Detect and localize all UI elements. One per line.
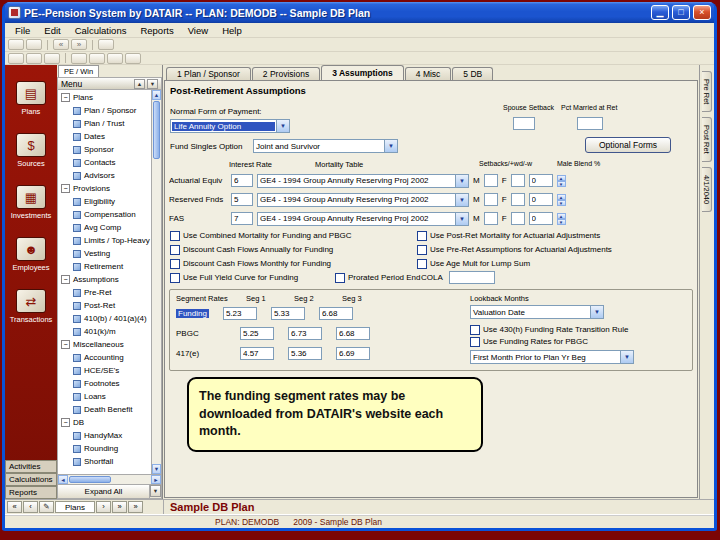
back-icon[interactable]: « [53,39,69,50]
segment-rate-input[interactable] [223,307,257,320]
dropdown-arrow-icon[interactable]: ▼ [455,175,468,187]
tree-item-contacts[interactable]: Contacts [58,156,151,169]
tree-item-limits-top-heavy[interactable]: Limits / Top-Heavy [58,234,151,247]
sidebar-item-employees[interactable]: ☻Employees [12,237,49,272]
first-month-dropdown[interactable]: First Month Prior to Plan Yr Beg ▼ [470,350,634,364]
pct-married-input[interactable] [577,117,603,130]
segment-rate-input[interactable] [240,347,274,360]
tree-item-vesting[interactable]: Vesting [58,247,151,260]
nav-last-button[interactable]: » [112,501,127,513]
valuation-date-dropdown[interactable]: Valuation Date ▼ [470,305,604,319]
checkbox-discount-cash-flows-annually-for-funding[interactable]: Discount Cash Flows Annually for Funding [170,243,352,256]
tree-item-plan-trust[interactable]: Plan / Trust [58,117,151,130]
segment-rate-input[interactable] [288,347,322,360]
tree-item-hce-se-s[interactable]: HCE/SE's [58,364,151,377]
tree-horizontal-scrollbar[interactable]: ◄ ► [57,475,162,485]
sidebar-button-calculations[interactable]: Calculations [5,473,57,486]
segment-rate-input[interactable] [271,307,305,320]
fund-singles-dropdown[interactable]: Joint and Survivor ▼ [253,139,398,153]
segment-rate-input[interactable] [288,327,322,340]
tree-item-provisions[interactable]: −Provisions [58,182,151,195]
tree-collapse-icon[interactable]: − [61,184,70,193]
tree-up-icon[interactable]: ▲ [134,79,145,89]
male-setback-input[interactable] [484,193,498,206]
toolbar-button[interactable] [26,39,42,50]
side-tab-post-ret[interactable]: Post Ret [702,117,712,162]
checkbox-use-post-ret-mortality-for-actuarial-adjustments[interactable]: Use Post-Ret Mortality for Actuarial Adj… [417,229,612,242]
tree-item-rounding[interactable]: Rounding [58,442,151,455]
normal-form-dropdown[interactable]: Life Annuity Option ▼ [170,119,290,133]
blend-spinner[interactable]: ▲▼ [557,175,566,187]
spouse-setback-input[interactable] [513,117,535,130]
toolbar-button[interactable] [125,53,141,64]
tree-item-plans[interactable]: −Plans [58,91,151,104]
minimize-button[interactable]: ▁ [651,5,669,20]
male-blend-input[interactable] [529,193,553,206]
sidebar-item-transactions[interactable]: ⇄Transactions [10,289,53,324]
dropdown-arrow-icon[interactable]: ▼ [590,306,603,318]
cola-input[interactable] [449,271,495,284]
tree-item-loans[interactable]: Loans [58,390,151,403]
dropdown-arrow-icon[interactable]: ▼ [276,120,289,132]
expand-icon[interactable]: ▼ [150,485,161,497]
menu-reports[interactable]: Reports [134,24,179,37]
toolbar-button[interactable] [44,53,60,64]
tab-3-assumptions[interactable]: 3 Assumptions [321,65,404,80]
spinner-down-icon[interactable]: ▼ [557,219,566,225]
toolbar-button[interactable] [107,53,123,64]
tree-collapse-icon[interactable]: − [61,418,70,427]
tree-item-miscellaneous[interactable]: −Miscellaneous [58,338,151,351]
blend-spinner[interactable]: ▲▼ [557,213,566,225]
sidebar-item-sources[interactable]: $Sources [16,133,46,168]
segment-rate-input[interactable] [336,347,370,360]
tree-item-footnotes[interactable]: Footnotes [58,377,151,390]
tree-item-compensation[interactable]: Compensation [58,208,151,221]
forward-icon[interactable]: » [71,39,87,50]
checkbox-use-combined-mortality-for-funding-and-pbgc[interactable]: Use Combined Mortality for Funding and P… [170,229,352,242]
tree-item-sponsor[interactable]: Sponsor [58,143,151,156]
male-setback-input[interactable] [484,174,498,187]
tree-collapse-icon[interactable]: − [61,340,70,349]
optional-forms-button[interactable]: Optional Forms [585,137,671,153]
tree-item-410-b-401-a-4[interactable]: 410(b) / 401(a)(4) [58,312,151,325]
tree-tab-pe-win[interactable]: PE / Win [58,65,99,77]
mortality-table-dropdown[interactable]: GE4 - 1994 Group Annuity Reserving Proj … [257,174,469,188]
sidebar-button-activities[interactable]: Activities [5,460,57,473]
tree-item-retirement[interactable]: Retirement [58,260,151,273]
checkbox-use-pre-ret-assumptions-for-actuarial-adjustments[interactable]: Use Pre-Ret Assumptions for Actuarial Ad… [417,243,612,256]
scrollbar-thumb[interactable] [69,476,111,483]
male-blend-input[interactable] [529,174,553,187]
tree-item-db[interactable]: −DB [58,416,151,429]
interest-rate-input[interactable] [231,212,253,225]
maximize-button[interactable]: □ [672,5,690,20]
nav-next-button[interactable]: › [96,501,111,513]
close-button[interactable]: × [693,5,711,20]
toolbar-button[interactable] [8,39,24,50]
dropdown-arrow-icon[interactable]: ▼ [455,194,468,206]
tab-1-plan-sponsor[interactable]: 1 Plan / Sponsor [166,67,251,80]
nav-tab-plans[interactable]: Plans [55,501,95,513]
title-bar[interactable]: PE--Pension System by DATAIR -- PLAN: DE… [5,2,714,23]
tree-collapse-icon[interactable]: − [61,275,70,284]
tab-2-provisions[interactable]: 2 Provisions [252,67,320,80]
segment-rate-input[interactable] [336,327,370,340]
tree-item-pre-ret[interactable]: Pre-Ret [58,286,151,299]
tree-item-death-benefit[interactable]: Death Benefit [58,403,151,416]
tree-down-icon[interactable]: ▼ [147,79,158,89]
blend-spinner[interactable]: ▲▼ [557,194,566,206]
segment-rate-input[interactable] [240,327,274,340]
segment-rate-input[interactable] [319,307,353,320]
checkbox-use-full-yield-curve-for-funding[interactable]: Use Full Yield Curve for Funding [170,271,352,284]
female-setback-input[interactable] [511,174,525,187]
mortality-table-dropdown[interactable]: GE4 - 1994 Group Annuity Reserving Proj … [257,212,469,226]
interest-rate-input[interactable] [231,193,253,206]
dropdown-arrow-icon[interactable]: ▼ [455,213,468,225]
female-setback-input[interactable] [511,193,525,206]
checkbox-use-age-mult-for-lump-sum[interactable]: Use Age Mult for Lump Sum [417,257,612,270]
toolbar-button[interactable] [26,53,42,64]
menu-file[interactable]: File [9,24,36,37]
toolbar-button[interactable] [89,53,105,64]
menu-edit[interactable]: Edit [38,24,66,37]
tree-item-handymax[interactable]: HandyMax [58,429,151,442]
tree-item-401-k-m[interactable]: 401(k)/m [58,325,151,338]
